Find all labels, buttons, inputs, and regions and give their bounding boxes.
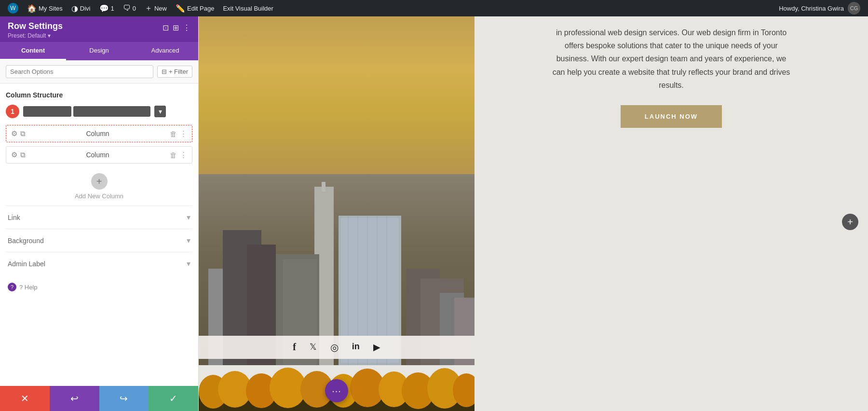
city-image-section: f 𝕏 ◎ in ▶ ··· (199, 16, 475, 411)
col-1-actions: 🗑 ⋮ (170, 129, 187, 138)
col-delete-icon-1[interactable]: 🗑 (170, 130, 177, 138)
text-content: in professional web design services. Our… (551, 26, 792, 128)
floating-menu-button[interactable]: ··· (325, 379, 348, 402)
help-section: ? ? Help (6, 275, 192, 299)
comment-count: 1 (111, 5, 114, 12)
exit-visual-builder-btn[interactable]: Exit Visual Builder (219, 0, 277, 16)
split-icon[interactable]: ⊞ (173, 23, 179, 32)
social-bar: f 𝕏 ◎ in ▶ (199, 336, 475, 359)
add-column-circle: + (91, 173, 108, 190)
col-duplicate-icon-2[interactable]: ⧉ (20, 151, 26, 159)
divi-icon: ◑ (71, 4, 78, 13)
col-2-actions: 🗑 ⋮ (170, 151, 187, 159)
link-section: Link ▾ (6, 206, 192, 229)
panel-preset[interactable]: Preset: Default ▾ (8, 32, 63, 39)
tab-design[interactable]: Design (66, 42, 132, 60)
background-section: Background ▾ (6, 229, 192, 252)
instagram-icon[interactable]: ◎ (330, 342, 339, 353)
filter-button[interactable]: ⊟ + Filter (157, 66, 192, 78)
column-dropdown[interactable]: ▾ (154, 106, 166, 117)
save-icon: ✓ (169, 393, 177, 404)
undo-icon: ↩ (70, 393, 79, 404)
admin-label-section: Admin Label ▾ (6, 252, 192, 275)
pending-comments[interactable]: 🗨 0 (119, 0, 140, 16)
twitter-icon[interactable]: 𝕏 (310, 342, 317, 353)
help-label: ? Help (19, 284, 38, 291)
youtube-icon[interactable]: ▶ (373, 342, 380, 353)
column-row-2: ⚙ ⧉ Column 🗑 ⋮ (6, 146, 192, 164)
search-bar: ⊟ + Filter (0, 60, 198, 83)
column-structure-row: 1 ▾ (6, 105, 192, 118)
admin-label-accordion[interactable]: Admin Label ▾ (6, 259, 192, 268)
column-option-1[interactable] (23, 106, 150, 117)
facebook-icon[interactable]: f (293, 342, 296, 353)
svg-rect-5 (322, 182, 326, 192)
background-accordion[interactable]: Background ▾ (6, 236, 192, 245)
settings-tabs: Content Design Advanced (0, 42, 198, 60)
user-avatar[interactable]: CG (848, 2, 860, 14)
col-bar-1 (23, 106, 71, 117)
edit-page-label: Edit Page (187, 5, 214, 12)
filter-label: + Filter (169, 68, 188, 75)
tab-content[interactable]: Content (0, 42, 66, 60)
column-structure-title: Column Structure (6, 91, 192, 99)
comments-menu[interactable]: 💬 1 (95, 0, 118, 16)
link-chevron-icon: ▾ (187, 213, 190, 222)
add-section-icon: + (847, 217, 853, 228)
dots-icon: ··· (332, 385, 341, 397)
right-content-panel: in professional web design services. Our… (475, 16, 868, 411)
add-column-btn[interactable]: + Add New Column (6, 167, 192, 206)
edit-icon: ✏️ (176, 4, 185, 13)
preview-area: f 𝕏 ◎ in ▶ ··· in professional web desig… (199, 16, 868, 411)
tab-advanced[interactable]: Advanced (132, 42, 198, 60)
new-label: New (154, 5, 167, 12)
col-settings-icon-1[interactable]: ⚙ (11, 129, 17, 138)
panel-header: Row Settings Preset: Default ▾ ⊡ ⊞ ⋮ (0, 16, 198, 42)
col-2-icons: ⚙ ⧉ (11, 151, 26, 159)
filter-icon: ⊟ (162, 68, 167, 75)
divi-label: Divi (80, 5, 91, 12)
add-column-label: Add New Column (75, 192, 123, 200)
col-settings-icon-2[interactable]: ⚙ (11, 151, 17, 159)
wp-icon: W (8, 3, 18, 14)
redo-button[interactable]: ↪ (99, 386, 149, 411)
cancel-button[interactable]: ✕ (0, 386, 50, 411)
background-chevron-icon: ▾ (187, 236, 190, 245)
launch-now-button[interactable]: LAUNCH NOW (621, 105, 722, 128)
column-row-1: ⚙ ⧉ Column 🗑 ⋮ (6, 125, 192, 142)
admin-label-chevron-icon: ▾ (187, 259, 190, 268)
divi-menu[interactable]: ◑ Divi (68, 0, 95, 16)
bottom-bar: ✕ ↩ ↪ ✓ (0, 386, 198, 411)
col-2-label: Column (29, 151, 166, 159)
col-delete-icon-2[interactable]: 🗑 (170, 151, 177, 159)
col-duplicate-icon-1[interactable]: ⧉ (20, 129, 26, 138)
col-more-icon-1[interactable]: ⋮ (180, 129, 187, 138)
body-text: in professional web design services. Our… (551, 26, 792, 92)
edit-page-btn[interactable]: ✏️ Edit Page (172, 0, 218, 16)
comment-icon: 💬 (99, 4, 109, 13)
main-layout: Row Settings Preset: Default ▾ ⊡ ⊞ ⋮ Con… (0, 16, 868, 411)
pending-count: 0 (133, 5, 136, 12)
home-icon: 🏠 (27, 4, 37, 13)
linkedin-icon[interactable]: in (352, 342, 360, 353)
page-preview: f 𝕏 ◎ in ▶ ··· in professional web desig… (199, 16, 868, 411)
fullscreen-icon[interactable]: ⊡ (163, 23, 169, 32)
row-settings-panel: Row Settings Preset: Default ▾ ⊡ ⊞ ⋮ Con… (0, 16, 199, 411)
undo-button[interactable]: ↩ (50, 386, 99, 411)
admin-label-text: Admin Label (8, 260, 45, 268)
wordpress-logo[interactable]: W (4, 0, 22, 16)
add-section-button[interactable]: + (842, 214, 858, 230)
panel-title: Row Settings (8, 21, 63, 31)
col-bar-2 (73, 106, 150, 117)
col-more-icon-2[interactable]: ⋮ (180, 151, 187, 159)
column-badge: 1 (6, 105, 19, 118)
search-input[interactable] (6, 65, 153, 78)
save-button[interactable]: ✓ (149, 386, 198, 411)
bubble-icon: 🗨 (123, 4, 131, 13)
link-accordion[interactable]: Link ▾ (6, 213, 192, 222)
more-options-icon[interactable]: ⋮ (183, 23, 190, 32)
my-sites-menu[interactable]: 🏠 My Sites (23, 0, 67, 16)
new-menu[interactable]: ＋ New (141, 0, 171, 16)
col-1-label: Column (29, 130, 166, 137)
panel-header-icons: ⊡ ⊞ ⋮ (163, 23, 190, 32)
